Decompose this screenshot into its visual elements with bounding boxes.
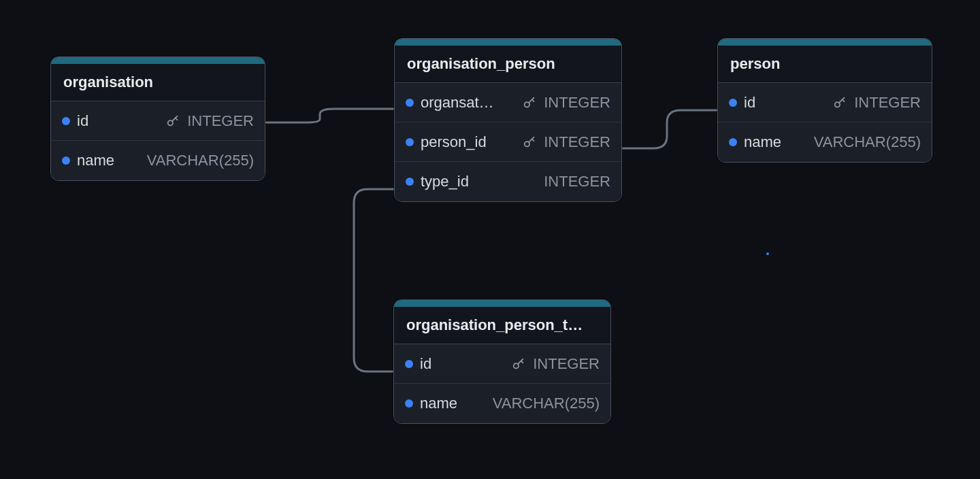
table-title: organisation_person <box>395 46 621 83</box>
column-type: INTEGER <box>544 94 610 112</box>
table-title: organisation <box>51 64 265 101</box>
column-name: name <box>77 152 140 169</box>
key-icon <box>511 357 526 371</box>
table-organisation[interactable]: organisation id INTEGER name VARCHAR(255… <box>50 56 265 181</box>
column-type: INTEGER <box>544 173 610 191</box>
column-type: INTEGER <box>187 112 254 130</box>
column-row[interactable]: name VARCHAR(255) <box>51 141 265 180</box>
table-header-bar <box>718 39 932 46</box>
table-title: person <box>718 46 932 83</box>
column-row[interactable]: type_id INTEGER <box>395 162 621 201</box>
column-type: INTEGER <box>533 355 600 373</box>
column-dot-icon <box>729 99 737 107</box>
table-organisation-person-type[interactable]: organisation_person_t… id INTEGER name V… <box>393 299 611 424</box>
column-dot-icon <box>62 117 70 125</box>
column-type: VARCHAR(255) <box>493 395 600 412</box>
er-diagram-canvas[interactable]: organisation id INTEGER name VARCHAR(255… <box>0 0 980 479</box>
column-dot-icon <box>406 99 414 107</box>
column-row[interactable]: name VARCHAR(255) <box>394 384 610 423</box>
key-icon <box>832 95 847 110</box>
column-type: VARCHAR(255) <box>814 133 921 151</box>
table-organisation-person[interactable]: organisation_person organsat… INTEGER pe… <box>394 38 622 202</box>
column-name: organsat… <box>421 94 515 112</box>
column-row[interactable]: name VARCHAR(255) <box>718 122 932 162</box>
column-type: INTEGER <box>854 94 921 112</box>
table-header-bar <box>394 300 610 307</box>
column-name: name <box>744 133 807 151</box>
table-header-bar <box>51 57 265 64</box>
column-row[interactable]: id INTEGER <box>718 83 932 122</box>
column-name: id <box>77 112 159 130</box>
column-row[interactable]: id INTEGER <box>394 344 610 384</box>
column-dot-icon <box>405 360 413 368</box>
table-header-bar <box>395 39 621 46</box>
column-dot-icon <box>729 138 737 146</box>
column-row[interactable]: id INTEGER <box>51 101 265 141</box>
column-dot-icon <box>406 178 414 186</box>
key-icon <box>165 114 180 129</box>
column-row[interactable]: person_id INTEGER <box>395 122 621 162</box>
key-icon <box>522 135 537 150</box>
column-type: INTEGER <box>544 133 610 151</box>
column-type: VARCHAR(255) <box>147 152 254 169</box>
column-name: type_id <box>421 173 537 191</box>
stray-dot-icon <box>766 252 769 255</box>
column-dot-icon <box>406 138 414 146</box>
column-dot-icon <box>62 156 70 165</box>
table-title: organisation_person_t… <box>394 307 610 344</box>
column-row[interactable]: organsat… INTEGER <box>395 83 621 122</box>
key-icon <box>522 95 537 110</box>
column-name: id <box>420 355 504 373</box>
column-dot-icon <box>405 399 413 408</box>
column-name: id <box>744 94 826 112</box>
column-name: name <box>420 395 486 412</box>
table-person[interactable]: person id INTEGER name VARCHAR(255) <box>717 38 932 163</box>
column-name: person_id <box>421 133 515 151</box>
